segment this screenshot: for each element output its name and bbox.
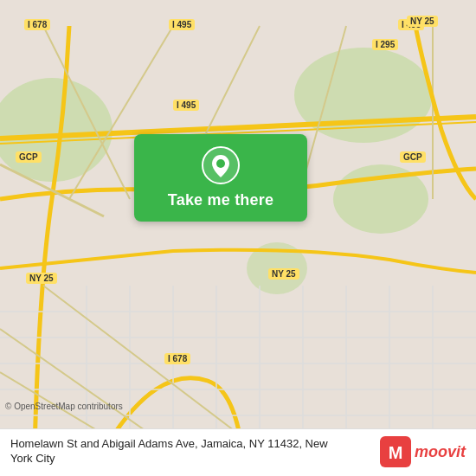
osm-watermark: © OpenStreetMap contributors (5, 402, 123, 411)
moovit-label: moovit (415, 443, 466, 461)
take-me-there-label: Take me there (168, 191, 273, 209)
road-label-gcp-left: GCP (16, 151, 42, 163)
road-label-i678-top: I 678 (24, 19, 50, 30)
moovit-logo[interactable]: M moovit (380, 436, 466, 467)
svg-text:M: M (389, 443, 403, 462)
bottom-left: Homelawn St and Abigail Adams Ave, Jamai… (10, 437, 331, 466)
map-container: I 678 I 495 I 495 I 295 I 495 GCP GCP NY… (0, 0, 476, 476)
location-pin-icon (202, 146, 240, 184)
road-label-ny25-bottom-mid: NY 25 (268, 268, 299, 280)
road-label-i495-top-left: I 495 (169, 19, 195, 30)
road-label-ny25-top-right: NY 25 (407, 16, 438, 27)
road-label-i495-mid: I 495 (173, 100, 199, 111)
road-label-i295: I 295 (372, 39, 398, 50)
moovit-bus-icon: M (380, 436, 411, 467)
road-label-gcp-right: GCP (400, 151, 426, 163)
location-text: Homelawn St and Abigail Adams Ave, Jamai… (10, 437, 331, 466)
road-label-i678-bottom: I 678 (164, 353, 190, 364)
svg-point-31 (216, 159, 225, 168)
bottom-bar: Homelawn St and Abigail Adams Ave, Jamai… (0, 428, 476, 476)
take-me-there-card[interactable]: Take me there (134, 134, 307, 222)
road-label-ny25-bottom-left: NY 25 (26, 273, 57, 284)
